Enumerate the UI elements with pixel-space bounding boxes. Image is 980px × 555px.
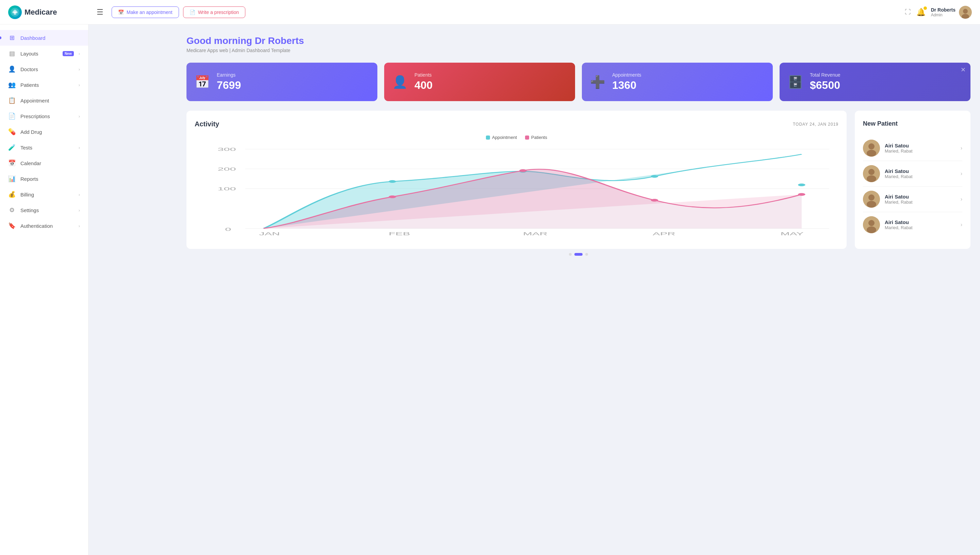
sidebar-item-tests[interactable]: 🧪Tests›	[0, 140, 88, 155]
activity-header: Activity TODAY 24, JAN 2019	[195, 120, 838, 128]
svg-point-23	[651, 199, 659, 202]
sidebar-item-authentication[interactable]: 🔖Authentication›	[0, 218, 88, 234]
stat-label-patients: Patients	[414, 72, 433, 78]
svg-point-27	[866, 150, 876, 157]
chart-legend: Appointment Patients	[195, 135, 838, 140]
stat-cards: 📅 Earnings 7699 👤 Patients 400 ➕ Appoint…	[187, 63, 970, 101]
patient-item-3[interactable]: Airi Satou Maried, Rabat ›	[863, 212, 962, 237]
patient-name-1: Airi Satou	[885, 168, 956, 174]
svg-text:200: 200	[218, 167, 236, 171]
icon-doctors: 👤	[8, 66, 16, 73]
chart-area: 300 200 100 0 JAN FEB MAR APR	[195, 144, 838, 239]
label-appointment: Appointment	[21, 98, 80, 104]
svg-text:APR: APR	[653, 231, 675, 236]
patient-item-0[interactable]: Airi Satou Maried, Rabat ›	[863, 136, 962, 161]
chevron-patients: ›	[78, 82, 80, 88]
patient-list: Airi Satou Maried, Rabat › Airi Satou Ma…	[863, 136, 962, 237]
content-row: Activity TODAY 24, JAN 2019 Appointment …	[187, 111, 970, 249]
logo-text: Medicare	[24, 8, 57, 17]
icon-dashboard: ⊞	[8, 34, 16, 42]
svg-text:0: 0	[225, 227, 231, 231]
sidebar-item-settings[interactable]: ⚙Settings›	[0, 202, 88, 218]
sidebar-item-appointment[interactable]: 📋Appointment	[0, 93, 88, 108]
icon-calendar: 📅	[8, 159, 16, 167]
icon-settings: ⚙	[8, 206, 16, 214]
fullscreen-button[interactable]: ⛶	[905, 8, 911, 16]
make-appointment-button[interactable]: 📅 Make an appointment	[112, 6, 179, 18]
icon-billing: 💰	[8, 191, 16, 198]
label-doctors: Doctors	[21, 66, 74, 72]
notification-bell[interactable]: 🔔	[916, 8, 926, 17]
avatar	[959, 6, 972, 19]
label-tests: Tests	[21, 145, 74, 151]
stat-label-revenue: Total Revenue	[810, 72, 841, 78]
close-stat-button[interactable]: ✕	[961, 66, 966, 74]
chevron-layouts: ›	[78, 51, 80, 56]
svg-point-24	[798, 193, 806, 196]
sidebar-item-dashboard[interactable]: ⊞Dashboard	[0, 30, 88, 46]
sidebar-item-billing[interactable]: 💰Billing›	[0, 187, 88, 202]
svg-point-21	[388, 196, 396, 198]
scroll-dot-3	[585, 253, 588, 256]
sidebar-item-prescriptions[interactable]: 📄Prescriptions›	[0, 108, 88, 124]
svg-point-29	[868, 169, 874, 175]
activity-date: TODAY 24, JAN 2019	[793, 122, 838, 127]
user-info: Dr Roberts Admin	[931, 6, 972, 19]
label-settings: Settings	[21, 207, 74, 213]
patient-item-2[interactable]: Airi Satou Maried, Rabat ›	[863, 187, 962, 212]
sidebar-item-reports[interactable]: 📊Reports	[0, 171, 88, 187]
icon-appointment: 📋	[8, 97, 16, 104]
user-role: Admin	[931, 13, 956, 18]
sidebar: ⊞Dashboard▤LayoutsNew›👤Doctors›👥Patients…	[0, 24, 88, 555]
patient-detail-2: Maried, Rabat	[885, 199, 956, 205]
icon-tests: 🧪	[8, 144, 16, 151]
sidebar-item-doctors[interactable]: 👤Doctors›	[0, 61, 88, 77]
app-body: Good morning Dr Roberts Medicare Apps we…	[0, 24, 980, 555]
appointment-icon: 📅	[118, 10, 124, 15]
user-name: Dr Roberts	[931, 7, 956, 13]
logo-area: Medicare	[8, 5, 97, 19]
chevron-billing: ›	[78, 192, 80, 197]
sidebar-item-add-drug[interactable]: 💊Add Drug	[0, 124, 88, 140]
page-title: Good morning Dr Roberts	[187, 35, 970, 46]
new-patient-title: New Patient	[863, 120, 962, 127]
hamburger-button[interactable]: ☰	[97, 8, 104, 17]
write-prescription-button[interactable]: 📄 Write a prescription	[183, 6, 245, 18]
active-dot-dashboard	[0, 37, 2, 39]
sidebar-item-calendar[interactable]: 📅Calendar	[0, 155, 88, 171]
stat-card-earnings: 📅 Earnings 7699	[187, 63, 377, 101]
patient-item-1[interactable]: Airi Satou Maried, Rabat ›	[863, 161, 962, 187]
stat-label-appointments: Appointments	[612, 72, 641, 78]
patient-name-2: Airi Satou	[885, 194, 956, 199]
patient-avatar-3	[863, 216, 880, 233]
new-patient-card: New Patient Airi Satou Maried, Rabat › A…	[855, 111, 970, 249]
svg-text:100: 100	[218, 187, 236, 191]
chevron-prescriptions: ›	[78, 114, 80, 119]
label-prescriptions: Prescriptions	[21, 113, 74, 119]
chevron-doctors: ›	[78, 67, 80, 72]
scroll-dot-active	[574, 253, 583, 256]
sidebar-item-patients[interactable]: 👥Patients›	[0, 77, 88, 93]
sidebar-item-layouts[interactable]: ▤LayoutsNew›	[0, 46, 88, 61]
patient-name-3: Airi Satou	[885, 219, 956, 225]
patient-avatar-2	[863, 191, 880, 208]
svg-text:FEB: FEB	[388, 231, 410, 236]
label-add-drug: Add Drug	[21, 129, 80, 135]
icon-patients: 👥	[8, 81, 16, 88]
label-reports: Reports	[21, 176, 80, 182]
patient-arrow-3: ›	[961, 222, 962, 228]
stat-value-earnings: 7699	[217, 79, 241, 91]
stat-icon-appointments: ➕	[590, 75, 605, 89]
scroll-dot-1	[569, 253, 572, 256]
stat-value-appointments: 1360	[612, 79, 641, 91]
svg-text:JAN: JAN	[259, 231, 280, 236]
badge-new-layouts: New	[62, 51, 74, 56]
icon-authentication: 🔖	[8, 222, 16, 229]
patient-detail-1: Maried, Rabat	[885, 174, 956, 179]
header-right: ⛶ 🔔 Dr Roberts Admin	[905, 6, 972, 19]
top-header: Medicare ☰ 📅 Make an appointment 📄 Write…	[0, 0, 980, 24]
prescription-label: Write a prescription	[198, 10, 239, 15]
prescription-icon: 📄	[190, 10, 195, 15]
patient-detail-0: Maried, Rabat	[885, 148, 956, 154]
main-content: Good morning Dr Roberts Medicare Apps we…	[177, 24, 980, 555]
